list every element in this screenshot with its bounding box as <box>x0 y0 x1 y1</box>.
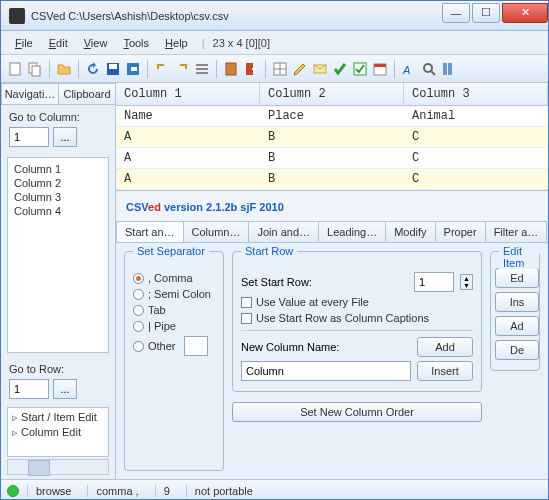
list-item[interactable]: Column 4 <box>12 204 104 218</box>
startrow-label: Set Start Row: <box>241 276 312 288</box>
svg-rect-18 <box>374 64 386 67</box>
tree-item[interactable]: Start / Item Edit <box>10 410 106 425</box>
status-count: 9 <box>155 485 178 497</box>
sidebar-tab-navigation[interactable]: Navigati… <box>1 83 59 104</box>
app-icon <box>9 8 25 24</box>
cell[interactable]: B <box>260 169 404 189</box>
sep-comma[interactable]: , Comma <box>133 270 215 286</box>
cell[interactable]: C <box>404 169 548 189</box>
startrow-input[interactable] <box>414 272 454 292</box>
svg-rect-2 <box>32 66 40 76</box>
calendar-icon[interactable] <box>372 61 388 77</box>
exit-icon[interactable] <box>243 61 259 77</box>
menu-tools[interactable]: Tools <box>117 34 155 52</box>
chk-use-value[interactable]: Use Value at every File <box>241 294 473 310</box>
cell[interactable]: C <box>404 127 548 147</box>
svg-rect-6 <box>131 67 137 71</box>
goto-row-input[interactable] <box>9 379 49 399</box>
tree-scrollbar[interactable] <box>7 459 109 475</box>
goto-column-input[interactable] <box>9 127 49 147</box>
svg-rect-23 <box>448 63 452 75</box>
sep-other[interactable]: Other <box>133 334 215 358</box>
new-icon[interactable] <box>7 61 23 77</box>
nav-tree[interactable]: Start / Item Edit Column Edit <box>7 407 109 457</box>
tab-filter[interactable]: Filter a… <box>485 221 548 242</box>
check-icon[interactable] <box>332 61 348 77</box>
refresh-icon[interactable] <box>85 61 101 77</box>
cell[interactable]: Animal <box>404 106 548 126</box>
cell[interactable]: B <box>260 127 404 147</box>
cell[interactable]: Name <box>116 106 260 126</box>
mail-icon[interactable] <box>312 61 328 77</box>
goto-column-go[interactable]: ... <box>53 127 77 147</box>
tab-leading[interactable]: Leading… <box>318 221 386 242</box>
cell[interactable]: C <box>404 148 548 168</box>
goto-row-go[interactable]: ... <box>53 379 77 399</box>
add-item-button[interactable]: Ad <box>495 316 539 336</box>
undo-icon[interactable] <box>154 61 170 77</box>
minimize-button[interactable]: — <box>442 3 470 23</box>
tab-modify[interactable]: Modify <box>385 221 435 242</box>
edit-button[interactable]: Ed <box>495 268 539 288</box>
data-grid[interactable]: Column 1 Column 2 Column 3 NamePlaceAnim… <box>116 83 548 191</box>
check2-icon[interactable] <box>352 61 368 77</box>
sep-semicolon[interactable]: ; Semi Colon <box>133 286 215 302</box>
insert-item-button[interactable]: Ins <box>495 292 539 312</box>
sidebar-tab-clipboard[interactable]: Clipboard <box>58 83 116 104</box>
tab-column[interactable]: Column… <box>183 221 250 242</box>
tab-start[interactable]: Start an… <box>116 221 184 242</box>
goto-column-label: Go to Column: <box>9 111 107 123</box>
list-item[interactable]: Column 2 <box>12 176 104 190</box>
cell[interactable]: A <box>116 127 260 147</box>
spin-up[interactable]: ▲ <box>461 275 472 282</box>
menu-edit[interactable]: Edit <box>43 34 74 52</box>
main-tabs: Start an… Column… Join and… Leading… Mod… <box>116 221 548 243</box>
folder-icon[interactable] <box>56 61 72 77</box>
cell[interactable]: A <box>116 169 260 189</box>
font-icon[interactable]: A <box>401 61 417 77</box>
copy-icon[interactable] <box>27 61 43 77</box>
maximize-button[interactable]: ☐ <box>472 3 500 23</box>
redo-icon[interactable] <box>174 61 190 77</box>
close-button[interactable]: ✕ <box>502 3 548 23</box>
window-title: CSVed C:\Users\Ashish\Desktop\csv.csv <box>31 10 440 22</box>
column-header[interactable]: Column 2 <box>260 83 404 105</box>
spin-down[interactable]: ▼ <box>461 282 472 289</box>
search-icon[interactable] <box>421 61 437 77</box>
column-list[interactable]: Column 1 Column 2 Column 3 Column 4 <box>7 157 109 353</box>
chk-use-captions[interactable]: Use Start Row as Column Captions <box>241 310 473 326</box>
svg-rect-9 <box>196 72 208 74</box>
sep-tab[interactable]: Tab <box>133 302 215 318</box>
sep-other-input[interactable] <box>184 336 208 356</box>
insert-button[interactable]: Insert <box>417 361 473 381</box>
grid-icon[interactable] <box>272 61 288 77</box>
edititem-legend: Edit Item <box>499 245 539 269</box>
newcol-label: New Column Name: <box>241 341 339 353</box>
cell[interactable]: Place <box>260 106 404 126</box>
set-column-order-button[interactable]: Set New Column Order <box>232 402 482 422</box>
svg-rect-0 <box>10 63 20 75</box>
list-icon[interactable] <box>194 61 210 77</box>
saveall-icon[interactable] <box>125 61 141 77</box>
column-header[interactable]: Column 3 <box>404 83 548 105</box>
cell[interactable]: B <box>260 148 404 168</box>
list-item[interactable]: Column 3 <box>12 190 104 204</box>
separator-group: Set Separator , Comma ; Semi Colon Tab |… <box>124 251 224 471</box>
newcol-input[interactable] <box>241 361 411 381</box>
sep-pipe[interactable]: | Pipe <box>133 318 215 334</box>
save-icon[interactable] <box>105 61 121 77</box>
delete-item-button[interactable]: De <box>495 340 539 360</box>
tree-item[interactable]: Column Edit <box>10 425 106 440</box>
menu-help[interactable]: Help <box>159 34 194 52</box>
columns-icon[interactable] <box>441 61 457 77</box>
book-icon[interactable] <box>223 61 239 77</box>
edit-icon[interactable] <box>292 61 308 77</box>
tab-join[interactable]: Join and… <box>248 221 319 242</box>
menu-view[interactable]: View <box>78 34 114 52</box>
column-header[interactable]: Column 1 <box>116 83 260 105</box>
add-button[interactable]: Add <box>417 337 473 357</box>
cell[interactable]: A <box>116 148 260 168</box>
list-item[interactable]: Column 1 <box>12 162 104 176</box>
menu-file[interactable]: File <box>9 34 39 52</box>
tab-proper[interactable]: Proper <box>435 221 486 242</box>
